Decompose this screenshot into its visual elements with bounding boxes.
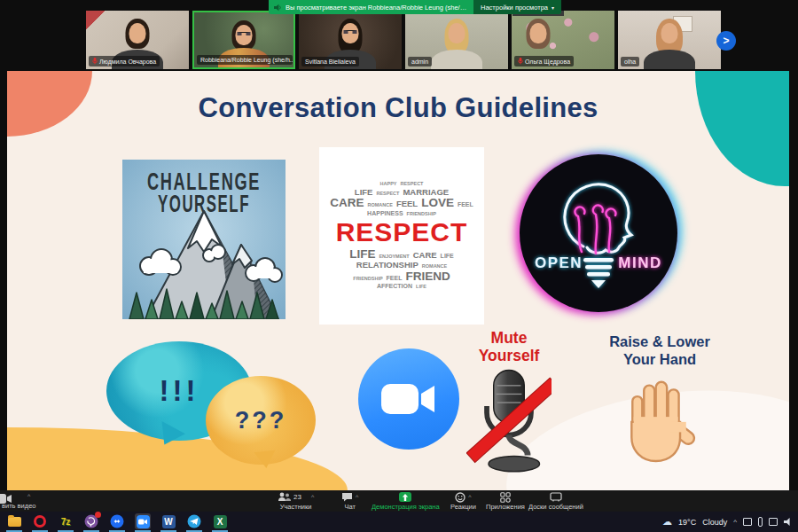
weather-cloud-icon[interactable]: ☁	[662, 516, 672, 528]
share-banner-text: Вы просматриваете экран Robbieana/Robbie…	[286, 4, 468, 12]
display-icon[interactable]	[769, 518, 778, 526]
excel-icon[interactable]: X	[212, 513, 228, 529]
notification-badge	[95, 512, 101, 518]
slide-title: Conversation Club Guidelines	[7, 92, 789, 124]
lightbulb-head-outline	[565, 184, 631, 253]
decor-blob-teal	[695, 71, 789, 186]
windows-taskbar: 7z W X ☁ 19°C Cloudy ^	[0, 512, 798, 532]
speaker-icon	[274, 4, 282, 12]
volume-icon[interactable]	[784, 518, 794, 527]
opera-icon[interactable]	[32, 513, 48, 529]
whiteboards-button[interactable]: Доски сообщений	[528, 492, 583, 511]
word-icon[interactable]: W	[160, 513, 176, 529]
participant-name-badge: Svitlana Bieliaieva	[301, 57, 359, 66]
share-screen-icon	[399, 492, 411, 502]
chat-icon	[341, 492, 353, 502]
zoom-taskbar-icon[interactable]	[135, 513, 151, 529]
participants-icon	[278, 492, 291, 502]
telegram-icon[interactable]	[186, 513, 202, 529]
svg-text:MIND: MIND	[618, 254, 661, 271]
zoom-toolbar: ^ вить видео 23 ^ Участники ^ Чат	[0, 490, 798, 512]
participants-button[interactable]: 23 ^ Участники	[278, 492, 314, 511]
teamviewer-icon[interactable]	[109, 513, 125, 529]
question-speech-bubble: ???	[206, 376, 316, 465]
respect-wordcloud-image: HAPPYRESPECT LIFERESPECTMARRIAGE CAREROM…	[319, 147, 484, 325]
glasses	[238, 32, 251, 35]
next-page-arrow-button[interactable]: >	[716, 31, 736, 51]
video-thumbnail-active-speaker[interactable]: Robbieana/Robbie Leung (she/h...	[192, 11, 295, 69]
glasses	[344, 30, 357, 34]
apps-button[interactable]: Приложения	[486, 492, 525, 511]
video-thumbnail[interactable]: admin	[405, 11, 508, 69]
zoom-app-icon	[358, 348, 459, 450]
participants-caret[interactable]: ^	[311, 494, 314, 500]
participant-name-badge: Людмила Овчарова	[89, 56, 160, 66]
bulb-base	[583, 258, 614, 288]
challenge-yourself-image: CHALLENGE YOURSELF	[122, 160, 286, 319]
view-options-button[interactable]: Настройки просмотра ▾	[473, 0, 561, 14]
chat-caret[interactable]: ^	[356, 494, 358, 500]
muted-microphone-image	[466, 368, 552, 481]
mute-yourself-block: MuteYourself	[450, 330, 568, 485]
video-caret[interactable]: ^	[27, 493, 30, 499]
hidden-icons-caret[interactable]: ^	[733, 518, 737, 526]
raised-hand-image	[617, 374, 702, 465]
reactions-icon	[455, 492, 466, 503]
weather-condition[interactable]: Cloudy	[702, 518, 727, 527]
chevron-down-icon: ▾	[552, 4, 554, 11]
system-tray: ☁ 19°C Cloudy ^	[662, 512, 794, 532]
usb-device-icon[interactable]	[758, 517, 763, 527]
participant-name-badge: Robbieana/Robbie Leung (she/h...	[197, 55, 293, 65]
open-mind-image: OPEN MIND	[520, 154, 677, 312]
file-explorer-icon[interactable]	[6, 513, 22, 529]
video-thumbnail[interactable]: Людмила Овчарова	[86, 11, 189, 69]
whiteboard-icon	[550, 492, 562, 502]
reactions-caret[interactable]: ^	[468, 494, 471, 500]
screen-share-banner: Вы просматриваете экран Robbieana/Robbie…	[269, 0, 561, 14]
filament-squiggles	[575, 206, 615, 254]
weather-temperature[interactable]: 19°C	[678, 518, 696, 527]
participant-name-badge: Ольга Щедрова	[514, 56, 574, 66]
shared-screen-slide: Conversation Club Guidelines CHALLENGE Y…	[7, 71, 789, 490]
participant-name-badge: olha	[621, 57, 639, 66]
video-thumbnail[interactable]: olha	[618, 11, 721, 69]
raise-hand-block: Raise & LowerYour Hand	[582, 333, 738, 468]
chat-button[interactable]: ^ Чат	[341, 492, 358, 511]
video-thumbnail[interactable]: Ольга Щедрова	[512, 11, 614, 69]
stop-video-label: вить видео	[2, 502, 36, 510]
reactions-button[interactable]: ^ Реакции	[450, 492, 476, 511]
share-screen-button[interactable]: Демонстрация экрана	[372, 492, 440, 511]
participant-name-badge: admin	[408, 57, 432, 66]
participants-count: 23	[293, 493, 301, 501]
apps-icon	[500, 492, 511, 503]
7zip-icon[interactable]: 7z	[58, 513, 74, 529]
muted-mic-icon	[518, 58, 523, 65]
zoom-meeting-window: Вы просматриваете экран Robbieana/Robbie…	[0, 0, 798, 532]
printer-icon[interactable]	[743, 518, 752, 526]
svg-text:OPEN: OPEN	[535, 254, 583, 271]
muted-mic-icon	[92, 58, 98, 65]
viber-icon[interactable]	[83, 513, 99, 529]
video-thumbnail[interactable]: Svitlana Bieliaieva	[299, 11, 402, 69]
